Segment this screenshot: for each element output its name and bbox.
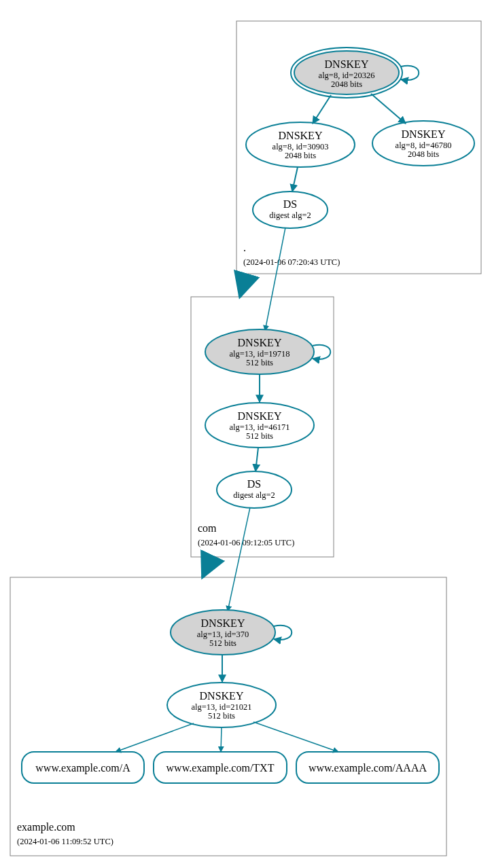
- svg-text:alg=13, id=370: alg=13, id=370: [197, 630, 249, 639]
- svg-text:DNSKEY: DNSKEY: [200, 690, 244, 702]
- svg-text:alg=8, id=20326: alg=8, id=20326: [319, 71, 375, 80]
- svg-text:512 bits: 512 bits: [246, 358, 273, 367]
- svg-text:512 bits: 512 bits: [209, 638, 236, 648]
- node-com-zsk: DNSKEY alg=13, id=46171 512 bits: [205, 403, 314, 448]
- svg-text:DNSKEY: DNSKEY: [201, 617, 245, 629]
- edge-com-ksk-self: [313, 345, 330, 359]
- node-rr-aaaa: www.example.com/AAAA: [296, 752, 439, 783]
- node-rr-a: www.example.com/A: [22, 752, 144, 783]
- svg-text:2048 bits: 2048 bits: [285, 151, 316, 160]
- node-example-zsk: DNSKEY alg=13, id=21021 512 bits: [167, 683, 276, 727]
- svg-text:digest alg=2: digest alg=2: [233, 490, 275, 500]
- edge-zone-root-to-com: [240, 274, 247, 297]
- svg-text:alg=8, id=30903: alg=8, id=30903: [273, 142, 329, 151]
- svg-text:512 bits: 512 bits: [208, 711, 235, 721]
- zone-example-com-timestamp: (2024-01-06 11:09:52 UTC): [17, 837, 113, 846]
- edge-com-zsk-to-ds: [256, 448, 258, 471]
- svg-point-26: [217, 471, 292, 508]
- svg-text:2048 bits: 2048 bits: [408, 149, 439, 159]
- svg-point-14: [253, 192, 328, 228]
- zone-example-com-name: example.com: [17, 821, 75, 833]
- dnssec-diagram: . (2024-01-06 07:20:43 UTC) DNSKEY alg=8…: [0, 0, 492, 868]
- edge-root-ksk-to-other: [371, 94, 406, 124]
- svg-text:alg=13, id=21021: alg=13, id=21021: [191, 702, 251, 712]
- edge-example-ksk-self: [274, 626, 292, 640]
- edge-com-ds-to-ex-ksk: [228, 507, 250, 611]
- edge-root-zsk-to-ds: [292, 167, 298, 192]
- svg-text:DS: DS: [247, 478, 261, 490]
- svg-text:DNSKEY: DNSKEY: [402, 128, 446, 140]
- edge-root-ds-to-com-ksk: [265, 228, 285, 331]
- edge-root-ksk-to-zsk: [313, 95, 331, 124]
- node-root-ds: DS digest alg=2: [253, 192, 328, 228]
- node-com-ksk: DNSKEY alg=13, id=19718 512 bits: [205, 329, 314, 374]
- node-example-ksk: DNSKEY alg=13, id=370 512 bits: [171, 610, 275, 655]
- svg-text:alg=8, id=46780: alg=8, id=46780: [396, 141, 452, 150]
- svg-text:www.example.com/AAAA: www.example.com/AAAA: [309, 762, 427, 774]
- svg-text:alg=13, id=19718: alg=13, id=19718: [229, 349, 289, 359]
- edge-ex-zsk-to-a: [116, 723, 194, 752]
- node-rr-txt: www.example.com/TXT: [154, 752, 287, 783]
- node-root-other-key: DNSKEY alg=8, id=46780 2048 bits: [372, 121, 474, 166]
- svg-text:2048 bits: 2048 bits: [331, 79, 362, 89]
- edge-ex-zsk-to-txt: [221, 727, 222, 752]
- svg-text:DNSKEY: DNSKEY: [238, 410, 282, 422]
- zone-com-timestamp: (2024-01-06 09:12:05 UTC): [198, 538, 294, 547]
- edge-ex-zsk-to-aaaa: [253, 722, 338, 752]
- zone-root-name: .: [243, 242, 246, 253]
- svg-text:512 bits: 512 bits: [246, 431, 273, 441]
- svg-text:DNSKEY: DNSKEY: [325, 58, 369, 70]
- zone-com-name: com: [198, 522, 217, 534]
- svg-text:alg=13, id=46171: alg=13, id=46171: [229, 422, 289, 432]
- svg-text:www.example.com/TXT: www.example.com/TXT: [166, 762, 275, 774]
- svg-text:www.example.com/A: www.example.com/A: [35, 762, 130, 774]
- svg-text:DS: DS: [283, 198, 297, 210]
- node-com-ds: DS digest alg=2: [217, 471, 292, 508]
- svg-text:digest alg=2: digest alg=2: [269, 211, 311, 220]
- edge-root-ksk-self: [401, 66, 419, 80]
- zone-root-timestamp: (2024-01-06 07:20:43 UTC): [243, 257, 340, 267]
- svg-text:DNSKEY: DNSKEY: [238, 337, 282, 348]
- node-root-ksk: DNSKEY alg=8, id=20326 2048 bits: [291, 48, 402, 98]
- node-root-zsk: DNSKEY alg=8, id=30903 2048 bits: [246, 122, 355, 167]
- svg-text:DNSKEY: DNSKEY: [279, 130, 323, 141]
- edge-zone-com-to-example: [203, 557, 212, 577]
